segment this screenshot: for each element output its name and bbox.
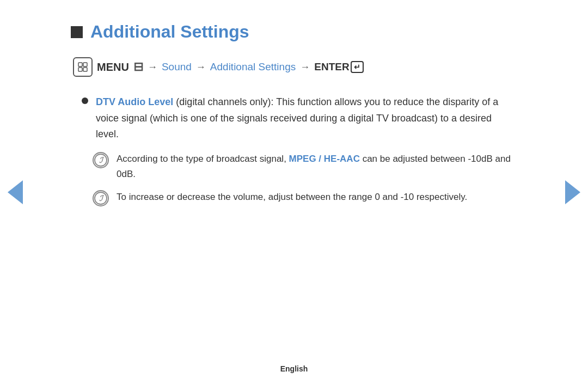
svg-rect-2 [78,68,82,71]
nav-arrow-right[interactable] [565,180,580,204]
note-1-before: According to the type of broadcast signa… [117,154,289,164]
svg-rect-1 [83,63,87,66]
note-icon-2: ℐ [93,190,109,206]
menu-enter: ENTER↵ [314,61,363,73]
arrow-1: → [148,62,157,73]
svg-text:ℐ: ℐ [99,156,105,164]
menu-additional: Additional Settings [210,61,296,73]
note-item-2: ℐ To increase or decrease the volume, ad… [93,190,517,206]
menu-icon [73,57,93,77]
note-1-highlight: MPEG / HE-AAC [289,154,360,164]
bullet-text: DTV Audio Level (digital channels only):… [96,94,517,143]
bullet-item: DTV Audio Level (digital channels only):… [82,94,517,143]
arrow-3: → [300,62,310,73]
enter-icon: ↵ [351,61,364,73]
svg-rect-3 [83,68,87,71]
title-square-icon [71,26,83,38]
footer-language: English [280,364,308,373]
menu-sound: Sound [162,61,192,73]
menu-label: MENU [97,61,129,74]
bullet-section: DTV Audio Level (digital channels only):… [82,94,517,206]
menu-bars-icon: ⊟ [133,60,143,74]
note-icon-1: ℐ [93,152,109,168]
nav-arrow-left[interactable] [8,180,23,204]
note-text-2: To increase or decrease the volume, adju… [117,190,467,205]
note-text-1: According to the type of broadcast signa… [117,151,517,182]
svg-text:ℐ: ℐ [99,194,105,203]
title-row: Additional Settings [71,22,517,42]
svg-rect-0 [78,63,82,66]
dtv-audio-level-term: DTV Audio Level [96,96,173,107]
arrow-2: → [196,62,206,73]
bullet-dot-icon [82,97,88,104]
menu-path: MENU ⊟ → Sound → Additional Settings → E… [73,57,517,77]
page-title: Additional Settings [90,22,249,42]
note-item-1: ℐ According to the type of broadcast sig… [93,151,517,182]
